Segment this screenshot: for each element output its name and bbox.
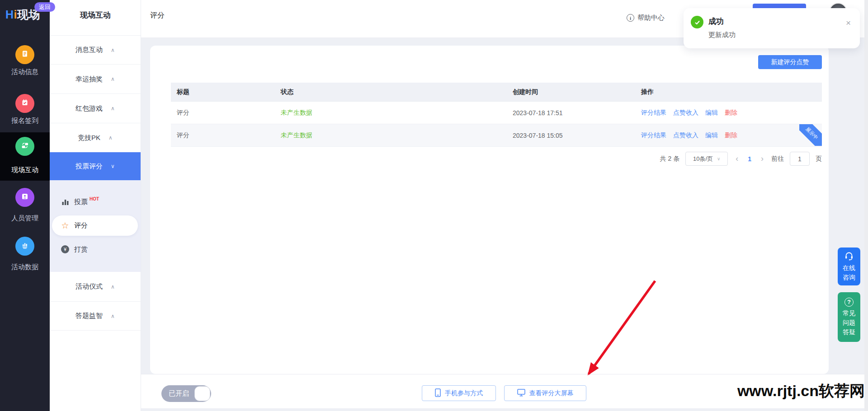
cell-actions: 评分结果 点赞收入 编辑 删除 xyxy=(641,131,822,140)
cell-title: 评分 xyxy=(171,131,281,140)
vote-bars-icon xyxy=(61,198,70,206)
nav-group-message[interactable]: 消息互动 ∧ xyxy=(50,35,141,65)
prev-page-button[interactable]: ‹ xyxy=(734,154,740,163)
cell-status: 未产生数据 xyxy=(281,131,513,140)
nav-group-pk[interactable]: 竞技PK ∧ xyxy=(50,123,141,152)
swap-icon xyxy=(20,141,29,152)
action-edit[interactable]: 编辑 xyxy=(705,131,718,140)
nav-group-lottery[interactable]: 幸运抽奖 ∧ xyxy=(50,65,141,94)
money-bag-icon: ¥ xyxy=(61,245,70,253)
nav-group-label: 投票评分 xyxy=(75,162,103,171)
user-icon xyxy=(20,192,29,203)
action-like-income[interactable]: 点赞收入 xyxy=(673,131,698,140)
logo-hi: Hi xyxy=(5,8,17,21)
action-score-result[interactable]: 评分结果 xyxy=(641,131,666,140)
document-icon xyxy=(20,49,29,60)
pagination-total: 共 2 条 xyxy=(660,155,680,163)
secondary-sidebar-title: 现场互动 xyxy=(50,10,141,20)
hot-badge: HOT xyxy=(90,196,99,201)
action-delete[interactable]: 删除 xyxy=(725,109,737,117)
create-score-button[interactable]: 新建评分点赞 xyxy=(758,55,822,69)
phone-participation-button[interactable]: 手机参与方式 xyxy=(422,385,496,401)
nav-group-quiz[interactable]: 答题益智 ∧ xyxy=(50,302,141,331)
pagination: 共 2 条 10条/页 ∨ ‹ 1 › 前往 页 xyxy=(660,151,822,166)
displaying-ribbon: 展示中 xyxy=(799,124,822,146)
sidebar-label-signup-checkin[interactable]: 报名签到 xyxy=(0,117,50,125)
toggle-label: 已开启 xyxy=(169,385,189,402)
chat-line: 在线 xyxy=(843,263,855,272)
submenu-item-score[interactable]: ☆ 评分 xyxy=(52,215,138,236)
question-icon: ? xyxy=(844,298,854,307)
toggle-knob xyxy=(194,386,210,401)
current-page[interactable]: 1 xyxy=(746,155,753,163)
nav-group-label: 答题益智 xyxy=(75,312,103,320)
toast: 成功 更新成功 × xyxy=(684,8,860,48)
submenu-label: 打赏 xyxy=(74,245,88,254)
submenu-item-vote[interactable]: 投票 HOT xyxy=(50,193,141,211)
sidebar-item-activity-data[interactable] xyxy=(15,237,34,256)
cell-created: 2023-07-18 17:51 xyxy=(513,109,641,117)
toast-message: 更新成功 xyxy=(708,31,736,39)
nav-group-redpacket[interactable]: 红包游戏 ∧ xyxy=(50,94,141,123)
submenu-label: 评分 xyxy=(74,221,88,230)
submenu-label: 投票 xyxy=(74,198,88,206)
primary-sidebar: Hi现场 活动信息 报名签到 现场互动 人员管理 xyxy=(0,0,50,411)
chevron-up-icon: ∧ xyxy=(108,135,113,141)
online-chat-button[interactable]: 在线 咨询 xyxy=(838,248,860,285)
scrollbar[interactable] xyxy=(864,0,868,411)
nav-group-ceremony[interactable]: 活动仪式 ∧ xyxy=(50,272,141,302)
close-icon[interactable]: × xyxy=(846,18,851,28)
column-header-actions: 操作 xyxy=(641,88,822,96)
sidebar-item-activity-info[interactable] xyxy=(15,45,34,64)
faq-line: 答疑 xyxy=(843,327,855,336)
sidebar-label-activity-data[interactable]: 活动数据 xyxy=(0,263,50,271)
success-check-icon xyxy=(691,16,703,28)
help-center-label: 帮助中心 xyxy=(637,14,665,22)
sidebar-label-live-interaction[interactable]: 现场互动 xyxy=(0,166,50,174)
view-big-screen-button[interactable]: 查看评分大屏幕 xyxy=(504,385,586,401)
page-size-select[interactable]: 10条/页 ∨ xyxy=(685,152,728,166)
toast-title: 成功 xyxy=(708,16,724,27)
action-edit[interactable]: 编辑 xyxy=(705,109,718,117)
sidebar-label-personnel[interactable]: 人员管理 xyxy=(0,214,50,223)
secondary-sidebar: 现场互动 消息互动 ∧ 幸运抽奖 ∧ 红包游戏 ∧ 竞技PK ∧ 投票评分 ∨ xyxy=(50,0,141,411)
monitor-icon xyxy=(517,389,525,398)
sidebar-item-live-interaction[interactable] xyxy=(15,137,34,156)
chat-line: 咨询 xyxy=(843,273,855,282)
page-title: 评分 xyxy=(150,11,165,20)
column-header-created: 创建时间 xyxy=(513,88,641,96)
sidebar-label-activity-info[interactable]: 活动信息 xyxy=(0,68,50,76)
nav-group-label: 活动仪式 xyxy=(75,282,103,291)
faq-line: 常见 xyxy=(843,308,855,318)
phone-icon xyxy=(435,388,441,398)
star-icon: ☆ xyxy=(61,221,70,230)
faq-button[interactable]: ? 常见 问题 答疑 xyxy=(838,292,860,342)
nav-group-vote-score[interactable]: 投票评分 ∨ xyxy=(50,152,141,180)
chevron-up-icon: ∧ xyxy=(111,47,115,53)
action-delete[interactable]: 删除 xyxy=(725,131,737,140)
goto-page-input[interactable] xyxy=(790,152,810,166)
calendar-check-icon xyxy=(20,98,29,109)
chevron-up-icon: ∧ xyxy=(111,284,115,290)
cell-title: 评分 xyxy=(171,109,281,117)
action-like-income[interactable]: 点赞收入 xyxy=(673,109,698,117)
column-header-title: 标题 xyxy=(171,88,281,96)
back-button[interactable]: 返回 xyxy=(34,2,55,12)
page-unit-label: 页 xyxy=(816,155,822,163)
nav-group-label: 红包游戏 xyxy=(75,104,103,113)
cell-actions: 评分结果 点赞收入 编辑 删除 xyxy=(641,109,822,117)
next-page-button[interactable]: › xyxy=(759,154,765,163)
action-score-result[interactable]: 评分结果 xyxy=(641,109,666,117)
cell-created: 2023-07-18 15:05 xyxy=(513,132,641,139)
sidebar-item-personnel[interactable] xyxy=(15,188,34,207)
cell-status: 未产生数据 xyxy=(281,109,513,117)
chevron-up-icon: ∧ xyxy=(111,313,115,319)
chevron-down-icon: ∨ xyxy=(717,156,720,161)
table-row: 评分 未产生数据 2023-07-18 17:51 评分结果 点赞收入 编辑 删… xyxy=(171,102,822,124)
faq-line: 问题 xyxy=(843,318,855,327)
sidebar-item-signup-checkin[interactable] xyxy=(15,94,34,113)
table-header-row: 标题 状态 创建时间 操作 xyxy=(171,83,822,102)
help-center-link[interactable]: i 帮助中心 xyxy=(627,14,665,22)
enabled-toggle[interactable]: 已开启 xyxy=(161,385,211,402)
submenu-item-reward[interactable]: ¥ 打赏 xyxy=(50,240,141,258)
